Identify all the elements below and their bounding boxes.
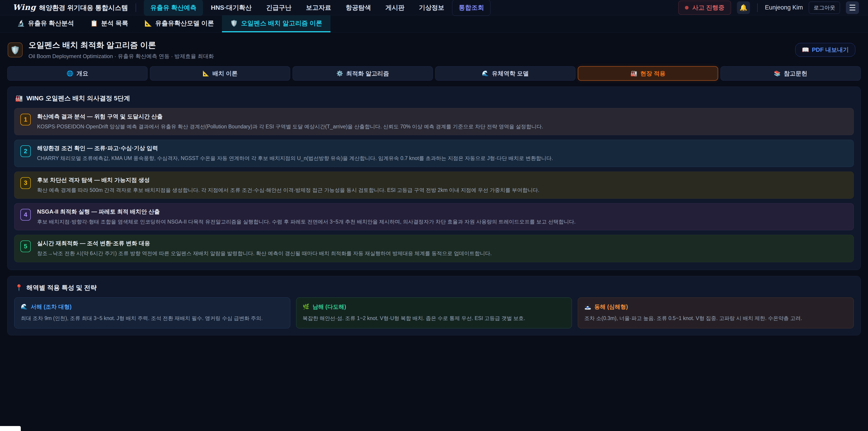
section-tab[interactable]: 🌐 개요	[7, 66, 148, 81]
region-description: 복잡한 해안선·섬. 조류 1~2 knot. V형·U형 복합 배치. 좁은 …	[303, 315, 565, 322]
nav-item-label: 긴급구난	[266, 4, 291, 11]
nav-item-label: 항공탐색	[346, 4, 371, 11]
step-description: CHARRY 채리모델 조류예측값, KMA UM 풍속풍향, 수심격자, NG…	[37, 155, 553, 162]
page-subtitle: Oil Boom Deployment Optimization · 유출유 확…	[29, 53, 214, 60]
nav-item-label: 유출유 확산예측	[150, 4, 196, 11]
step-row: 5 실시간 재최적화 — 조석 변환·조류 변화 대응 창조→낙조 전환 시(약…	[14, 235, 854, 262]
nav-item[interactable]: 기상정보	[412, 0, 451, 16]
region-icon: 🌊	[21, 304, 28, 310]
nav-item[interactable]: 보고자료	[299, 0, 338, 16]
step-text-block: 실시간 재최적화 — 조석 변환·조류 변화 대응 창조→낙조 전환 시(약 6…	[37, 240, 492, 257]
nav-item[interactable]: 게시판	[379, 0, 411, 16]
page-title-block: 오일펜스 배치 최적화 알고리즘 이론 Oil Boom Deployment …	[29, 40, 214, 60]
nav-item[interactable]: 유출유 확산예측	[144, 0, 203, 16]
section-tab-label: 유체역학 모델	[492, 70, 529, 78]
regions-section-title: 해역별 적용 특성 및 전략	[26, 283, 97, 292]
region-description: 조차 소(0.3m), 너울·파고 높음. 조류 0.5~1 knot. V형 …	[584, 315, 847, 322]
section-tab-icon: 🌐	[67, 70, 73, 76]
header-right: 사고 진행중 🔔 Eunjeong Kim 로그아웃 ☰	[678, 1, 859, 15]
step-row: 3 후보 차단선 격자 탐색 — 배치 가능지점 생성 확산 예측 경계를 따라…	[14, 172, 854, 199]
decision-steps-card: 🏭 WING 오일펜스 배치 의사결정 5단계 1 확산예측 결과 분석 — 위…	[7, 87, 861, 270]
section-tab-label: 개요	[76, 70, 88, 78]
sub-tab-icon: 📐	[145, 20, 152, 27]
step-description: 확산 예측 경계를 따라 500m 간격 격자로 후보 배치지점을 생성합니다.…	[37, 186, 539, 194]
step-number-badge: 1	[20, 114, 31, 125]
region-card-title-row: 🗻 동해 (심해형)	[584, 303, 847, 311]
step-text-block: NSGA-II 최적화 실행 — 파레토 최적 배치안 산출 후보 배치지점·방…	[37, 208, 576, 225]
nav-item-label: 게시판	[385, 4, 404, 11]
nav-item[interactable]: 긴급구난	[259, 0, 298, 16]
nav-item[interactable]: 통합조회	[452, 0, 491, 16]
pdf-export-label: PDF 내보내기	[812, 46, 849, 54]
step-row: 1 확산예측 결과 분석 — 위험 구역 및 도달시간 산출 KOSPS·POS…	[14, 108, 854, 135]
steps-section-title: WING 오일펜스 배치 의사결정 5단계	[26, 94, 130, 102]
step-description: 창조→낙조 전환 시(약 6시간 주기) 조류 방향 역전에 따른 오일펜스 재…	[37, 250, 492, 257]
region-description: 최대 조차 9m (인천), 조류 최대 3~5 knot. J형 배치 주력.…	[21, 315, 284, 322]
page-header: 🛡️ 오일펜스 배치 최적화 알고리즘 이론 Oil Boom Deployme…	[0, 33, 868, 61]
section-tab-label: 배치 이론	[213, 70, 238, 78]
region-icon: 🗻	[584, 304, 591, 310]
section-tab-icon: 📚	[774, 70, 781, 76]
step-description: 후보 배치지점·방향각·형태 조합을 염색체로 인코딩하여 NSGA-II 다목…	[37, 218, 576, 225]
step-number-badge: 5	[20, 241, 31, 252]
sub-tab-icon: 🛡️	[230, 20, 238, 27]
main-nav: 유출유 확산예측 HNS·대기확산 긴급구난 보고자료 항공탐색 게시판 기	[144, 0, 491, 16]
sub-tab-icon: 🔬	[17, 20, 25, 27]
app-title: 해양환경 위기대응 통합시스템	[39, 3, 128, 12]
nav-item-label: 통합조회	[459, 4, 484, 11]
step-title: NSGA-II 최적화 실행 — 파레토 최적 배치안 산출	[37, 208, 576, 215]
sub-tab[interactable]: 🔬 유출유 확산분석	[9, 16, 82, 32]
sub-tab-label: 분석 목록	[101, 19, 128, 28]
section-tab[interactable]: 🌊 유체역학 모델	[435, 66, 576, 81]
sub-tab-icon: 📋	[90, 20, 98, 27]
sub-tab-label: 유출유 확산분석	[28, 19, 74, 28]
nav-item-label: 보고자료	[306, 4, 331, 11]
pin-icon: 📍	[15, 284, 23, 291]
step-text-block: 확산예측 결과 분석 — 위험 구역 및 도달시간 산출 KOSPS·POSEI…	[37, 113, 543, 130]
sub-tab-label: 오일펜스 배치 알고리즘 이론	[241, 19, 322, 28]
step-title: 후보 차단선 격자 탐색 — 배치 가능지점 생성	[37, 176, 539, 184]
step-number-badge: 3	[20, 177, 31, 189]
region-card-title-row: 🌿 남해 (다도해)	[303, 303, 565, 311]
wing-logo-text: Wing	[13, 3, 36, 12]
logout-button[interactable]: 로그아웃	[809, 2, 840, 14]
section-tab-label: 최적화 알고리즘	[346, 70, 389, 78]
section-tab[interactable]: ⚙️ 최적화 알고리즘	[292, 66, 433, 81]
region-card: 🌊 서해 (조차 대형) 최대 조차 9m (인천), 조류 최대 3~5 kn…	[14, 298, 290, 329]
incident-status-badge: 사고 진행중	[678, 1, 731, 15]
step-row: 2 해양환경 조건 확인 — 조류·파고·수심·기상 입력 CHARRY 채리모…	[14, 140, 854, 167]
section-tab-icon: 🏭	[630, 70, 637, 76]
sub-tab[interactable]: 🛡️ 오일펜스 배치 알고리즘 이론	[222, 16, 330, 32]
steps-list: 1 확산예측 결과 분석 — 위험 구역 및 도달시간 산출 KOSPS·POS…	[14, 108, 854, 262]
section-tab-icon: ⚙️	[336, 70, 343, 76]
section-tab[interactable]: 🏭 현장 적용	[578, 66, 718, 81]
app-logo: Wing 해양환경 위기대응 통합시스템	[13, 3, 128, 12]
region-card-list: 🌊 서해 (조차 대형) 최대 조차 9m (인천), 조류 최대 3~5 kn…	[14, 298, 854, 329]
top-header: Wing 해양환경 위기대응 통합시스템 유출유 확산예측 HNS·대기확산 긴…	[0, 0, 868, 16]
shield-glyph: 🛡️	[10, 45, 20, 55]
sub-tab[interactable]: 📐 유출유확산모델 이론	[136, 16, 222, 32]
section-tab[interactable]: 📚 참고문헌	[720, 66, 861, 81]
nav-item[interactable]: 항공탐색	[339, 0, 377, 16]
step-text-block: 후보 차단선 격자 탐색 — 배치 가능지점 생성 확산 예측 경계를 따라 5…	[37, 176, 539, 194]
step-row: 4 NSGA-II 최적화 실행 — 파레토 최적 배치안 산출 후보 배치지점…	[14, 203, 854, 230]
step-description: KOSPS·POSEIDON·OpenDrift 앙상블 예측 결과에서 유출유…	[37, 123, 543, 130]
shield-icon: 🛡️	[8, 42, 23, 57]
section-tab-icon: 🌊	[482, 70, 489, 76]
step-title: 확산예측 결과 분석 — 위험 구역 및 도달시간 산출	[37, 113, 543, 120]
section-tab-bar: 🌐 개요 📐 배치 이론 ⚙️ 최적화 알고리즘 🌊 유체역학 모델 🏭 현장 …	[7, 66, 861, 81]
menu-button[interactable]: ☰	[846, 1, 859, 14]
book-icon: 📖	[802, 46, 809, 53]
notifications-button[interactable]: 🔔	[737, 1, 750, 14]
factory-icon: 🏭	[15, 95, 23, 102]
nav-item[interactable]: HNS·대기확산	[204, 0, 258, 16]
bottom-left-overlay	[0, 426, 21, 431]
step-number-badge: 2	[20, 145, 31, 157]
section-tab[interactable]: 📐 배치 이론	[150, 66, 290, 81]
header-divider	[135, 3, 136, 12]
pdf-export-button[interactable]: 📖 PDF 내보내기	[795, 43, 855, 57]
step-title: 실시간 재최적화 — 조석 변환·조류 변화 대응	[37, 240, 492, 247]
sub-tab[interactable]: 📋 분석 목록	[82, 16, 136, 32]
bell-icon: 🔔	[739, 4, 747, 11]
incident-dot-icon	[685, 6, 688, 9]
